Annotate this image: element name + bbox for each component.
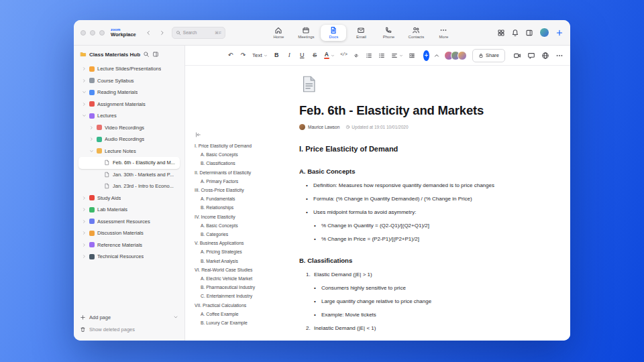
outline-item[interactable]: B. Categories bbox=[195, 230, 270, 239]
sidebar-item[interactable]: Feb. 6th - Elasticity and M... bbox=[78, 157, 180, 169]
show-deleted-pages-button[interactable]: Show deleted pages bbox=[80, 323, 178, 335]
outline-item[interactable]: A. Electric Vehicle Market bbox=[195, 274, 270, 283]
toolbar-text-style-button[interactable]: Text bbox=[250, 49, 270, 62]
forward-button[interactable] bbox=[158, 28, 167, 38]
toolbar-bulleted-list-button[interactable] bbox=[364, 49, 375, 62]
chevron-right-icon[interactable] bbox=[81, 102, 87, 107]
outline-item[interactable]: VI. Real-World Case Studies bbox=[195, 265, 270, 274]
toolbar-numbered-list-button[interactable] bbox=[376, 49, 388, 62]
sidebar-item[interactable]: Jan. 23rd - Intro to Econo... bbox=[78, 180, 180, 192]
minimize-window-button[interactable] bbox=[90, 30, 95, 36]
outline-item[interactable]: B. Pharmaceutical Industry bbox=[195, 283, 270, 292]
panel-toggle-button[interactable] bbox=[525, 29, 533, 37]
sidebar-collapse-button[interactable] bbox=[152, 51, 159, 58]
document-title[interactable]: Feb. 6th - Elasticity and Markets bbox=[299, 103, 529, 118]
outline-item[interactable]: B. Luxury Car Example bbox=[195, 318, 270, 327]
outline-collapse-button[interactable] bbox=[195, 131, 270, 138]
tab-docs[interactable]: Docs bbox=[321, 25, 346, 41]
apps-grid-button[interactable] bbox=[497, 29, 505, 37]
outline-item[interactable]: A. Primary Factors bbox=[195, 177, 270, 186]
chevron-right-icon[interactable] bbox=[81, 196, 87, 200]
outline-item[interactable]: III. Cross-Price Elasticity bbox=[195, 186, 270, 194]
outline-item[interactable]: A. Basic Concepts bbox=[195, 221, 270, 230]
collapse-toolbar-button[interactable] bbox=[433, 52, 440, 59]
outline-item[interactable]: A. Coffee Example bbox=[195, 310, 270, 318]
chevron-right-icon[interactable] bbox=[89, 137, 94, 141]
sidebar-item[interactable]: Reference Materials bbox=[78, 239, 180, 251]
video-call-button[interactable] bbox=[513, 52, 521, 60]
tab-more[interactable]: More bbox=[431, 25, 456, 41]
add-page-caret-icon[interactable] bbox=[173, 314, 178, 320]
outline-item[interactable]: A. Basic Concepts bbox=[195, 150, 270, 159]
maximize-window-button[interactable] bbox=[99, 30, 105, 36]
sidebar-item[interactable]: Lab Materials bbox=[78, 204, 180, 216]
toolbar-align-button[interactable] bbox=[389, 49, 405, 62]
sidebar-item[interactable]: Study Aids bbox=[78, 192, 180, 204]
sidebar-item[interactable]: Assignment Materials bbox=[78, 99, 180, 111]
chevron-right-icon[interactable] bbox=[81, 207, 87, 212]
chevron-right-icon[interactable] bbox=[89, 125, 94, 130]
toolbar-indent-button[interactable] bbox=[407, 49, 418, 62]
sidebar-item[interactable]: Jan. 30th - Markets and P... bbox=[78, 169, 180, 181]
sidebar-search-button[interactable] bbox=[143, 51, 150, 58]
sidebar-item[interactable]: Course Syllabus bbox=[78, 75, 180, 87]
chevron-right-icon[interactable] bbox=[81, 243, 87, 247]
outline-item[interactable]: B. Relationships bbox=[195, 203, 270, 212]
toolbar-underline-button[interactable]: U bbox=[297, 49, 308, 62]
sidebar-item[interactable]: Reading Materials bbox=[78, 86, 180, 99]
sidebar-item[interactable]: Audio Recordings bbox=[78, 133, 180, 145]
outline-item[interactable]: IV. Income Elasticity bbox=[195, 213, 270, 221]
outline-item[interactable]: I. Price Elasticity of Demand bbox=[195, 141, 270, 150]
sidebar-item[interactable]: Assessment Resources bbox=[78, 216, 180, 228]
global-search-input[interactable]: Search ⌘F bbox=[172, 27, 225, 39]
close-window-button[interactable] bbox=[80, 30, 86, 36]
toolbar-link-button[interactable] bbox=[351, 49, 362, 62]
sidebar-item[interactable]: Lecture Slides/Presentations bbox=[78, 63, 180, 75]
notifications-bell-button[interactable] bbox=[511, 29, 519, 37]
collaborator-avatar[interactable] bbox=[458, 51, 467, 60]
chevron-right-icon[interactable] bbox=[81, 78, 87, 83]
chevron-down-icon[interactable] bbox=[81, 113, 87, 118]
chevron-right-icon[interactable] bbox=[81, 254, 87, 259]
outline-item[interactable]: A. Fundamentals bbox=[195, 194, 270, 203]
chevron-down-icon[interactable] bbox=[81, 90, 87, 95]
outline-item[interactable]: II. Determinants of Elasticity bbox=[195, 168, 270, 177]
outline-item[interactable]: A. Pricing Strategies bbox=[195, 247, 270, 256]
tab-contacts[interactable]: Contacts bbox=[403, 25, 429, 41]
sidebar-item[interactable]: Discussion Materials bbox=[78, 227, 180, 239]
back-button[interactable] bbox=[144, 28, 153, 38]
sidebar-item[interactable]: Video Recordings bbox=[78, 122, 180, 134]
more-options-button[interactable] bbox=[555, 52, 564, 60]
tab-phone[interactable]: Phone bbox=[376, 25, 401, 41]
chevron-down-icon[interactable] bbox=[89, 149, 94, 154]
insert-block-button[interactable]: + bbox=[423, 50, 429, 61]
document-content: Feb. 6th - Elasticity and Markets Mauric… bbox=[299, 66, 529, 331]
publish-web-button[interactable] bbox=[541, 52, 549, 60]
user-avatar[interactable] bbox=[539, 27, 549, 38]
add-new-button[interactable] bbox=[555, 29, 564, 37]
outline-item[interactable]: B. Market Analysis bbox=[195, 257, 270, 265]
tab-email[interactable]: Email bbox=[348, 25, 374, 41]
sidebar-item[interactable]: Technical Resources bbox=[78, 251, 180, 263]
toolbar-undo-button[interactable]: ↶ bbox=[225, 49, 236, 62]
tab-meetings[interactable]: Meetings bbox=[293, 25, 319, 41]
toolbar-redo-button[interactable]: ↷ bbox=[237, 49, 249, 62]
toolbar-code-button[interactable]: </> bbox=[338, 49, 350, 62]
chevron-right-icon[interactable] bbox=[81, 231, 87, 235]
chevron-right-icon[interactable] bbox=[81, 66, 87, 71]
toolbar-strikethrough-button[interactable]: S bbox=[309, 49, 321, 62]
add-page-button[interactable]: Add page bbox=[80, 311, 178, 323]
comments-button[interactable] bbox=[527, 52, 535, 60]
outline-item[interactable]: V. Business Applications bbox=[195, 239, 270, 247]
tab-home[interactable]: Home bbox=[266, 25, 291, 41]
toolbar-bold-button[interactable]: B bbox=[271, 49, 282, 62]
toolbar-italic-button[interactable]: I bbox=[284, 49, 295, 62]
outline-item[interactable]: C. Entertainment Industry bbox=[195, 292, 270, 300]
toolbar-text-color-button[interactable]: A bbox=[322, 49, 337, 62]
share-button[interactable]: Share bbox=[472, 49, 505, 62]
chevron-right-icon[interactable] bbox=[81, 219, 87, 224]
sidebar-item[interactable]: Lectures bbox=[78, 110, 180, 122]
outline-item[interactable]: VII. Practical Calculations bbox=[195, 301, 270, 310]
outline-item[interactable]: B. Classifications bbox=[195, 159, 270, 168]
sidebar-item[interactable]: Lecture Notes bbox=[78, 145, 180, 158]
